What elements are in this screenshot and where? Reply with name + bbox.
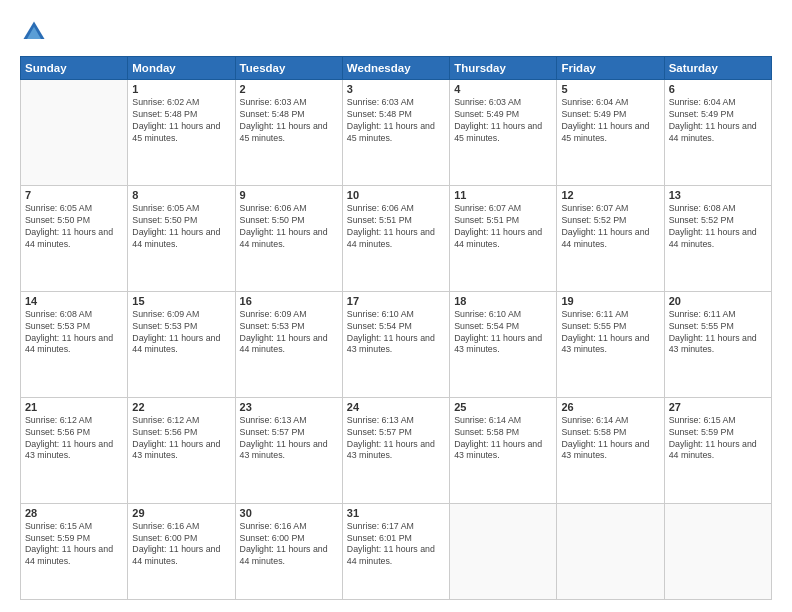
calendar-header-thursday: Thursday <box>450 57 557 80</box>
day-info: Sunrise: 6:13 AMSunset: 5:57 PMDaylight:… <box>347 415 445 463</box>
day-info: Sunrise: 6:04 AMSunset: 5:49 PMDaylight:… <box>561 97 659 145</box>
calendar-cell <box>664 503 771 599</box>
day-number: 14 <box>25 295 123 307</box>
calendar-week-4: 21Sunrise: 6:12 AMSunset: 5:56 PMDayligh… <box>21 397 772 503</box>
day-info: Sunrise: 6:09 AMSunset: 5:53 PMDaylight:… <box>240 309 338 357</box>
header <box>20 18 772 46</box>
day-number: 10 <box>347 189 445 201</box>
calendar-cell: 19Sunrise: 6:11 AMSunset: 5:55 PMDayligh… <box>557 291 664 397</box>
calendar-table: SundayMondayTuesdayWednesdayThursdayFrid… <box>20 56 772 600</box>
day-info: Sunrise: 6:08 AMSunset: 5:53 PMDaylight:… <box>25 309 123 357</box>
day-number: 3 <box>347 83 445 95</box>
page: SundayMondayTuesdayWednesdayThursdayFrid… <box>0 0 792 612</box>
day-number: 9 <box>240 189 338 201</box>
calendar-cell: 14Sunrise: 6:08 AMSunset: 5:53 PMDayligh… <box>21 291 128 397</box>
day-number: 28 <box>25 507 123 519</box>
calendar-cell: 15Sunrise: 6:09 AMSunset: 5:53 PMDayligh… <box>128 291 235 397</box>
calendar-cell: 24Sunrise: 6:13 AMSunset: 5:57 PMDayligh… <box>342 397 449 503</box>
logo <box>20 18 52 46</box>
day-number: 2 <box>240 83 338 95</box>
calendar-cell: 4Sunrise: 6:03 AMSunset: 5:49 PMDaylight… <box>450 80 557 186</box>
calendar-cell <box>557 503 664 599</box>
day-number: 21 <box>25 401 123 413</box>
day-info: Sunrise: 6:04 AMSunset: 5:49 PMDaylight:… <box>669 97 767 145</box>
day-number: 15 <box>132 295 230 307</box>
day-number: 1 <box>132 83 230 95</box>
day-number: 23 <box>240 401 338 413</box>
day-number: 12 <box>561 189 659 201</box>
day-number: 27 <box>669 401 767 413</box>
calendar-cell: 20Sunrise: 6:11 AMSunset: 5:55 PMDayligh… <box>664 291 771 397</box>
calendar-cell: 21Sunrise: 6:12 AMSunset: 5:56 PMDayligh… <box>21 397 128 503</box>
day-info: Sunrise: 6:14 AMSunset: 5:58 PMDaylight:… <box>561 415 659 463</box>
calendar-cell: 1Sunrise: 6:02 AMSunset: 5:48 PMDaylight… <box>128 80 235 186</box>
day-number: 22 <box>132 401 230 413</box>
calendar-week-5: 28Sunrise: 6:15 AMSunset: 5:59 PMDayligh… <box>21 503 772 599</box>
day-number: 24 <box>347 401 445 413</box>
calendar-cell: 31Sunrise: 6:17 AMSunset: 6:01 PMDayligh… <box>342 503 449 599</box>
day-info: Sunrise: 6:16 AMSunset: 6:00 PMDaylight:… <box>132 521 230 569</box>
calendar-cell: 29Sunrise: 6:16 AMSunset: 6:00 PMDayligh… <box>128 503 235 599</box>
day-number: 31 <box>347 507 445 519</box>
day-number: 30 <box>240 507 338 519</box>
calendar-week-3: 14Sunrise: 6:08 AMSunset: 5:53 PMDayligh… <box>21 291 772 397</box>
calendar-cell: 10Sunrise: 6:06 AMSunset: 5:51 PMDayligh… <box>342 185 449 291</box>
day-number: 6 <box>669 83 767 95</box>
day-info: Sunrise: 6:17 AMSunset: 6:01 PMDaylight:… <box>347 521 445 569</box>
day-info: Sunrise: 6:13 AMSunset: 5:57 PMDaylight:… <box>240 415 338 463</box>
day-number: 17 <box>347 295 445 307</box>
calendar-header-friday: Friday <box>557 57 664 80</box>
calendar-header-saturday: Saturday <box>664 57 771 80</box>
calendar-cell: 28Sunrise: 6:15 AMSunset: 5:59 PMDayligh… <box>21 503 128 599</box>
day-number: 8 <box>132 189 230 201</box>
calendar-cell: 8Sunrise: 6:05 AMSunset: 5:50 PMDaylight… <box>128 185 235 291</box>
calendar-header-monday: Monday <box>128 57 235 80</box>
calendar-cell: 12Sunrise: 6:07 AMSunset: 5:52 PMDayligh… <box>557 185 664 291</box>
day-info: Sunrise: 6:14 AMSunset: 5:58 PMDaylight:… <box>454 415 552 463</box>
day-number: 5 <box>561 83 659 95</box>
day-number: 26 <box>561 401 659 413</box>
day-info: Sunrise: 6:11 AMSunset: 5:55 PMDaylight:… <box>669 309 767 357</box>
calendar-cell: 13Sunrise: 6:08 AMSunset: 5:52 PMDayligh… <box>664 185 771 291</box>
calendar-header-sunday: Sunday <box>21 57 128 80</box>
day-info: Sunrise: 6:15 AMSunset: 5:59 PMDaylight:… <box>25 521 123 569</box>
day-number: 20 <box>669 295 767 307</box>
day-number: 18 <box>454 295 552 307</box>
day-info: Sunrise: 6:10 AMSunset: 5:54 PMDaylight:… <box>454 309 552 357</box>
day-info: Sunrise: 6:05 AMSunset: 5:50 PMDaylight:… <box>25 203 123 251</box>
calendar-cell: 7Sunrise: 6:05 AMSunset: 5:50 PMDaylight… <box>21 185 128 291</box>
day-number: 11 <box>454 189 552 201</box>
calendar-header-wednesday: Wednesday <box>342 57 449 80</box>
calendar-cell: 16Sunrise: 6:09 AMSunset: 5:53 PMDayligh… <box>235 291 342 397</box>
calendar-week-1: 1Sunrise: 6:02 AMSunset: 5:48 PMDaylight… <box>21 80 772 186</box>
day-info: Sunrise: 6:12 AMSunset: 5:56 PMDaylight:… <box>132 415 230 463</box>
day-number: 19 <box>561 295 659 307</box>
calendar-cell: 2Sunrise: 6:03 AMSunset: 5:48 PMDaylight… <box>235 80 342 186</box>
calendar-header-tuesday: Tuesday <box>235 57 342 80</box>
day-number: 25 <box>454 401 552 413</box>
day-info: Sunrise: 6:07 AMSunset: 5:52 PMDaylight:… <box>561 203 659 251</box>
calendar-cell: 6Sunrise: 6:04 AMSunset: 5:49 PMDaylight… <box>664 80 771 186</box>
day-info: Sunrise: 6:15 AMSunset: 5:59 PMDaylight:… <box>669 415 767 463</box>
calendar-cell: 18Sunrise: 6:10 AMSunset: 5:54 PMDayligh… <box>450 291 557 397</box>
day-info: Sunrise: 6:02 AMSunset: 5:48 PMDaylight:… <box>132 97 230 145</box>
day-info: Sunrise: 6:08 AMSunset: 5:52 PMDaylight:… <box>669 203 767 251</box>
calendar-cell <box>21 80 128 186</box>
calendar-cell: 11Sunrise: 6:07 AMSunset: 5:51 PMDayligh… <box>450 185 557 291</box>
day-number: 29 <box>132 507 230 519</box>
day-info: Sunrise: 6:09 AMSunset: 5:53 PMDaylight:… <box>132 309 230 357</box>
calendar-cell: 30Sunrise: 6:16 AMSunset: 6:00 PMDayligh… <box>235 503 342 599</box>
day-info: Sunrise: 6:11 AMSunset: 5:55 PMDaylight:… <box>561 309 659 357</box>
day-info: Sunrise: 6:10 AMSunset: 5:54 PMDaylight:… <box>347 309 445 357</box>
calendar-cell: 3Sunrise: 6:03 AMSunset: 5:48 PMDaylight… <box>342 80 449 186</box>
day-info: Sunrise: 6:05 AMSunset: 5:50 PMDaylight:… <box>132 203 230 251</box>
day-info: Sunrise: 6:03 AMSunset: 5:49 PMDaylight:… <box>454 97 552 145</box>
calendar-cell: 22Sunrise: 6:12 AMSunset: 5:56 PMDayligh… <box>128 397 235 503</box>
calendar-cell: 9Sunrise: 6:06 AMSunset: 5:50 PMDaylight… <box>235 185 342 291</box>
calendar-header-row: SundayMondayTuesdayWednesdayThursdayFrid… <box>21 57 772 80</box>
calendar-cell: 5Sunrise: 6:04 AMSunset: 5:49 PMDaylight… <box>557 80 664 186</box>
day-info: Sunrise: 6:03 AMSunset: 5:48 PMDaylight:… <box>240 97 338 145</box>
day-number: 13 <box>669 189 767 201</box>
day-info: Sunrise: 6:12 AMSunset: 5:56 PMDaylight:… <box>25 415 123 463</box>
day-info: Sunrise: 6:07 AMSunset: 5:51 PMDaylight:… <box>454 203 552 251</box>
